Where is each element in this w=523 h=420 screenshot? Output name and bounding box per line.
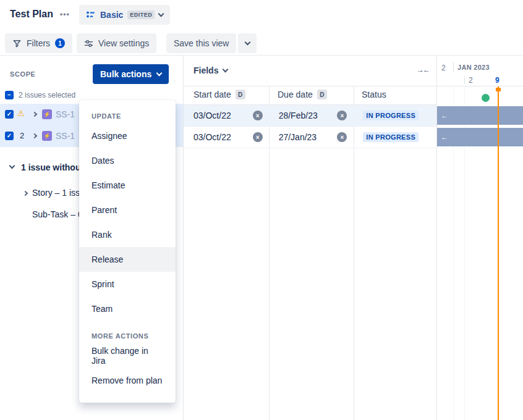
menu-item-rank[interactable]: Rank bbox=[79, 222, 176, 247]
week-tick bbox=[464, 76, 465, 84]
fields-column-headers: Start date D Due date D Status bbox=[184, 86, 436, 105]
select-all-checkbox[interactable]: − bbox=[5, 91, 14, 99]
issue-type-icon: ⚡ bbox=[42, 131, 52, 141]
jira-plan-app: Test Plan ••• Basic EDITED Filters 1 Vie… bbox=[0, 0, 523, 420]
view-settings-button[interactable]: View settings bbox=[77, 33, 156, 53]
view-settings-label: View settings bbox=[98, 38, 149, 48]
sliders-icon bbox=[84, 39, 93, 48]
save-view-button[interactable]: Save this view bbox=[166, 33, 236, 53]
status-badge: IN PROGRESS bbox=[363, 132, 419, 142]
collapse-panel-icon[interactable]: →← bbox=[417, 65, 429, 74]
menu-item-assignee[interactable]: Assignee bbox=[79, 124, 176, 148]
issue-type-icon: ⚡ bbox=[42, 109, 52, 119]
chevron-down-icon bbox=[158, 11, 164, 17]
filters-label: Filters bbox=[27, 38, 50, 48]
bulk-actions-menu: UPDATE Assignee Dates Estimate Parent Ra… bbox=[79, 100, 176, 403]
clear-date-icon[interactable]: × bbox=[253, 111, 263, 120]
filter-icon bbox=[12, 39, 22, 48]
fields-title: Fields bbox=[193, 65, 218, 75]
plan-view-icon bbox=[86, 10, 96, 20]
fields-header: Fields →← bbox=[184, 56, 436, 86]
group-label: 1 issue without bbox=[21, 162, 83, 172]
menu-item-parent[interactable]: Parent bbox=[79, 198, 176, 222]
month-label: JAN 2023 bbox=[457, 64, 490, 71]
column-header-status: Status bbox=[362, 90, 386, 99]
chevron-down-icon bbox=[244, 40, 250, 46]
save-view-dropdown-button[interactable] bbox=[238, 33, 257, 53]
top-header: Test Plan ••• Basic EDITED bbox=[0, 0, 523, 30]
view-name: Basic bbox=[100, 10, 123, 20]
timeline-bar[interactable]: ← bbox=[437, 106, 523, 125]
menu-item-estimate[interactable]: Estimate bbox=[79, 173, 176, 198]
today-day-label: 9 bbox=[495, 76, 500, 85]
start-date-cell[interactable]: 03/Oct/22 × bbox=[184, 105, 269, 126]
clear-date-icon[interactable]: × bbox=[253, 132, 263, 142]
more-icon: ••• bbox=[60, 10, 70, 19]
status-cell[interactable]: IN PROGRESS bbox=[353, 105, 436, 126]
menu-item-team[interactable]: Team bbox=[79, 296, 176, 321]
warning-icon: ⚠ bbox=[17, 109, 25, 118]
more-options-button[interactable]: ••• bbox=[57, 7, 72, 22]
chevron-right-icon[interactable] bbox=[32, 133, 37, 138]
selection-summary-label: 2 issues selected bbox=[19, 91, 75, 99]
start-date-value: 03/Oct/22 bbox=[193, 111, 231, 120]
issue-row-number: 2 bbox=[20, 131, 24, 140]
start-date-header-label: Start date bbox=[193, 90, 231, 99]
chevron-down-icon[interactable] bbox=[9, 163, 15, 169]
week-day-label: 2 bbox=[469, 76, 473, 85]
chevron-down-icon bbox=[156, 70, 163, 77]
issue-key: SS-1 bbox=[56, 131, 75, 141]
subtask-group-label: Sub-Task – 0 bbox=[32, 209, 83, 219]
chevron-right-icon[interactable] bbox=[32, 112, 37, 117]
timeline-header: 2 JAN 2023 2 9 bbox=[437, 56, 523, 86]
release-marker[interactable] bbox=[482, 94, 490, 102]
date-field-flag: D bbox=[317, 90, 327, 99]
issue-checkbox[interactable]: ✓ bbox=[5, 132, 14, 140]
view-toolbar: Filters 1 View settings Save this view bbox=[0, 30, 523, 56]
due-date-cell[interactable]: 28/Feb/23 × bbox=[269, 105, 354, 126]
menu-section-heading: UPDATE bbox=[79, 109, 176, 124]
month-boundary-tick bbox=[453, 62, 454, 72]
due-date-value: 27/Jan/23 bbox=[279, 132, 317, 142]
edited-badge: EDITED bbox=[127, 10, 155, 19]
prev-month-day-label: 2 bbox=[441, 64, 446, 72]
timeline-panel: 2 JAN 2023 2 9 ← ← bbox=[437, 56, 523, 420]
clear-date-icon[interactable]: × bbox=[337, 111, 347, 120]
save-view-label: Save this view bbox=[174, 38, 229, 48]
issue-key: SS-1 bbox=[56, 109, 75, 119]
table-row: 03/Oct/22 × 27/Jan/23 × IN PROGRESS bbox=[184, 127, 436, 148]
table-row: 03/Oct/22 × 28/Feb/23 × IN PROGRESS bbox=[184, 105, 436, 127]
due-date-value: 28/Feb/23 bbox=[279, 111, 318, 120]
start-date-cell[interactable]: 03/Oct/22 × bbox=[184, 127, 269, 148]
timeline-bar[interactable]: ← bbox=[437, 128, 523, 146]
page-title: Test Plan bbox=[10, 9, 53, 20]
fields-dropdown-button[interactable]: Fields bbox=[193, 65, 227, 75]
status-cell[interactable]: IN PROGRESS bbox=[353, 127, 436, 148]
menu-section-heading: MORE ACTIONS bbox=[79, 329, 176, 343]
bar-extends-left-icon: ← bbox=[441, 111, 448, 120]
chevron-right-icon[interactable] bbox=[23, 191, 28, 196]
today-line bbox=[498, 86, 499, 420]
menu-item-sprint[interactable]: Sprint bbox=[79, 272, 176, 296]
filters-button[interactable]: Filters 1 bbox=[5, 33, 72, 53]
clear-date-icon[interactable]: × bbox=[337, 132, 347, 142]
selection-summary-row: − 2 issues selected bbox=[5, 91, 75, 99]
due-date-cell[interactable]: 27/Jan/23 × bbox=[269, 127, 354, 148]
filters-count-badge: 1 bbox=[55, 38, 65, 48]
today-marker bbox=[496, 88, 501, 91]
chevron-down-icon bbox=[223, 67, 229, 73]
menu-item-dates[interactable]: Dates bbox=[79, 148, 176, 173]
status-header-label: Status bbox=[362, 90, 386, 99]
bulk-actions-button[interactable]: Bulk actions bbox=[93, 64, 169, 84]
menu-item-release[interactable]: Release bbox=[79, 247, 176, 272]
plan-main-area: SCOPE Bulk actions − 2 issues selected ✓… bbox=[0, 56, 523, 420]
issue-checkbox[interactable]: ✓ bbox=[5, 110, 14, 119]
status-badge: IN PROGRESS bbox=[363, 111, 419, 120]
bar-extends-left-icon: ← bbox=[441, 133, 448, 141]
view-switcher-button[interactable]: Basic EDITED bbox=[79, 5, 170, 25]
menu-item-remove-from-plan[interactable]: Remove from plan bbox=[79, 368, 176, 393]
bulk-actions-label: Bulk actions bbox=[100, 69, 151, 79]
due-date-header-label: Due date bbox=[278, 90, 313, 99]
story-group-label: Story – 1 iss bbox=[32, 188, 80, 198]
menu-item-bulk-change-in-jira[interactable]: Bulk change in Jira bbox=[79, 343, 176, 368]
